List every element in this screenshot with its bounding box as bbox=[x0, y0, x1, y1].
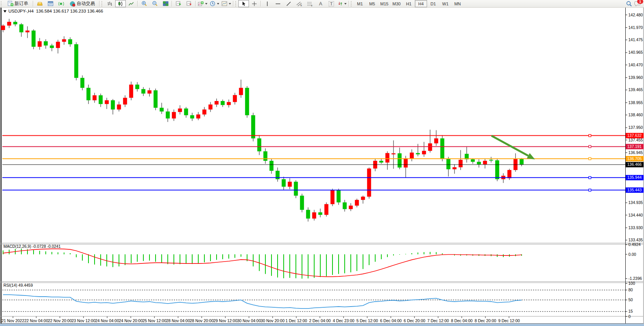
new-order-button[interactable]: 新订单 bbox=[4, 0, 32, 7]
candlestick-icon bbox=[118, 1, 123, 6]
toolbar-drag-handle[interactable] bbox=[1, 1, 3, 6]
time-tick-label: 21 Nov 2022 bbox=[2, 318, 24, 323]
timeframe-w1-button[interactable]: W1 bbox=[439, 0, 451, 7]
candle-body bbox=[105, 100, 109, 104]
candle-body bbox=[410, 153, 414, 158]
candle-body bbox=[190, 115, 194, 118]
vertical-line-icon bbox=[265, 1, 270, 6]
rsi-tick-label: 15 bbox=[628, 309, 633, 313]
candle-body bbox=[459, 160, 463, 167]
price-level-handle[interactable] bbox=[589, 145, 591, 148]
crosshair-tool-button[interactable] bbox=[249, 0, 260, 7]
candle-body bbox=[209, 104, 213, 109]
candle-body bbox=[471, 159, 475, 162]
market-watch-button[interactable] bbox=[34, 0, 45, 7]
svg-text:E: E bbox=[300, 4, 302, 6]
templates-button[interactable] bbox=[220, 0, 232, 7]
auto-scroll-button[interactable] bbox=[173, 0, 184, 7]
timeframe-m30-button[interactable]: M30 bbox=[390, 0, 403, 7]
timeframe-h4-button[interactable]: H4 bbox=[415, 0, 427, 7]
svg-text:F: F bbox=[311, 4, 313, 6]
chart-shift-icon bbox=[186, 1, 192, 6]
candle-body bbox=[379, 161, 384, 163]
timeframe-m15-button[interactable]: M15 bbox=[378, 0, 390, 7]
indicators-button[interactable] bbox=[197, 0, 209, 7]
timeframe-mn-button[interactable]: MN bbox=[451, 0, 464, 7]
chart-title: USDJPY-,H4 136.584 136.617 136.233 136.4… bbox=[3, 9, 103, 13]
chart-canvas[interactable]: 142.480141.970141.475140.965140.470139.9… bbox=[0, 0, 644, 326]
bar-chart-mode-button[interactable] bbox=[104, 0, 115, 7]
time-tick-label: 24 Nov 04:00 bbox=[95, 318, 119, 323]
toolbar-separator bbox=[137, 1, 138, 6]
cursor-tool-button[interactable] bbox=[238, 0, 249, 7]
candle-body bbox=[416, 153, 420, 154]
line-chart-mode-button[interactable] bbox=[126, 0, 137, 7]
candle-body bbox=[434, 138, 438, 143]
time-tick-label: 1 Dec 12:00 bbox=[286, 318, 307, 323]
equidistant-channel-tool-button[interactable]: E bbox=[294, 0, 305, 7]
timeframe-m5-button[interactable]: M5 bbox=[366, 0, 378, 7]
price-level-handle[interactable] bbox=[589, 135, 591, 137]
toolbar-separator bbox=[172, 1, 172, 6]
price-level-handle[interactable] bbox=[589, 189, 591, 191]
price-level-handle[interactable] bbox=[589, 157, 591, 160]
chart-window-icon bbox=[48, 1, 53, 6]
periods-button[interactable] bbox=[209, 0, 220, 7]
text-label-tool-button[interactable]: T bbox=[326, 0, 337, 7]
toolbar-drag-handle[interactable] bbox=[351, 1, 353, 6]
vertical-line-tool-button[interactable] bbox=[262, 0, 273, 7]
toolbar-drag-handle[interactable] bbox=[101, 1, 104, 6]
candle-body bbox=[26, 31, 30, 32]
horizontal-line-tool-button[interactable] bbox=[273, 0, 283, 7]
candle-body bbox=[202, 109, 207, 114]
autotrading-label: 自动交易 bbox=[77, 0, 95, 7]
price-tick-label: 134.935 bbox=[628, 200, 643, 205]
chart-shift-button[interactable] bbox=[184, 0, 194, 7]
signals-button[interactable] bbox=[56, 0, 66, 7]
chart-window-button[interactable] bbox=[45, 0, 56, 7]
candle-body bbox=[62, 39, 66, 42]
price-level-handle[interactable] bbox=[589, 177, 591, 179]
search-icon[interactable] bbox=[626, 1, 632, 7]
rsi-tick-label: 50 bbox=[628, 297, 633, 302]
toolbar-separator bbox=[195, 1, 196, 6]
text-tool-button[interactable]: A bbox=[315, 0, 326, 7]
rsi-tick-label: 100 bbox=[628, 281, 635, 286]
timeframe-m1-button[interactable]: M1 bbox=[354, 0, 366, 7]
zoom-out-button[interactable] bbox=[149, 0, 160, 7]
timeframe-h1-button[interactable]: H1 bbox=[403, 0, 415, 7]
price-tick-label: 137.950 bbox=[628, 125, 643, 130]
candle-body bbox=[294, 182, 298, 196]
price-level-label: 135.443 bbox=[627, 188, 642, 192]
dropdown-caret bbox=[344, 3, 347, 5]
time-tick-label: 25 Nov 12:00 bbox=[143, 318, 167, 323]
bar-chart-icon bbox=[107, 1, 112, 6]
timeframe-group: M1M5M15M30H1H4D1W1MN bbox=[354, 0, 464, 7]
timeframe-d1-button[interactable]: D1 bbox=[427, 0, 439, 7]
time-tick-label: 22 Nov 04:00 bbox=[24, 318, 48, 323]
candle-body bbox=[392, 153, 396, 154]
signal-icon bbox=[58, 1, 64, 6]
arrows-tool-button[interactable] bbox=[337, 0, 348, 7]
macd-tick-label: 0.00 bbox=[628, 252, 636, 257]
tile-windows-button[interactable] bbox=[160, 0, 171, 7]
fibonacci-tool-button[interactable]: F bbox=[305, 0, 315, 7]
price-tick-label: 140.965 bbox=[628, 50, 643, 55]
candle-body bbox=[13, 22, 18, 24]
time-tick-label: 7 Dec 12:00 bbox=[427, 318, 449, 323]
trendline-tool-button[interactable] bbox=[283, 0, 294, 7]
chart-window-frame bbox=[1, 8, 644, 324]
toolbar-separator bbox=[33, 1, 34, 6]
time-tick-label: 8 Dec 04:00 bbox=[451, 318, 473, 323]
candle-body bbox=[282, 179, 286, 187]
notification-badge: 1 bbox=[637, 0, 643, 4]
candlestick-mode-button[interactable] bbox=[115, 0, 126, 7]
candle-body bbox=[111, 100, 115, 109]
zoom-in-button[interactable] bbox=[139, 0, 149, 7]
chart-menu-icon[interactable] bbox=[3, 10, 6, 13]
autotrading-button[interactable]: 自动交易 bbox=[66, 0, 98, 7]
toolbar-drag-handle[interactable] bbox=[235, 1, 238, 6]
template-icon bbox=[222, 1, 227, 6]
trendline-icon bbox=[286, 1, 291, 6]
notifications-button[interactable]: 1 bbox=[634, 1, 641, 6]
